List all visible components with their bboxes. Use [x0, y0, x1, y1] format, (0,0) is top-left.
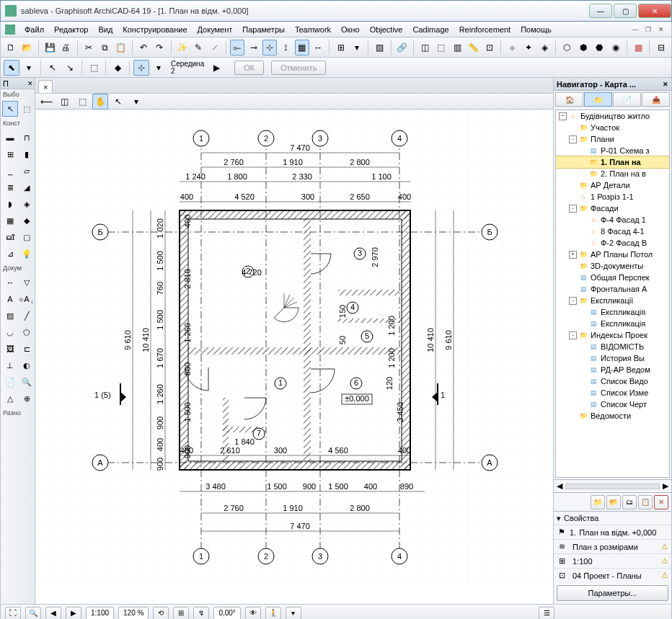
menu-окно[interactable]: Окно [336, 24, 365, 35]
column-tool-icon[interactable]: ▮ [19, 146, 35, 162]
nav-action-4-icon[interactable]: 📋 [638, 495, 653, 509]
sel-arrow-2-icon[interactable]: ↘ [62, 60, 78, 76]
text-tool-icon[interactable]: A [2, 291, 18, 307]
fill-tool-icon[interactable]: ▨ [2, 308, 18, 324]
skylight-tool-icon[interactable]: ◈ [19, 196, 35, 212]
nav-tab-viewmap-icon[interactable]: 📁 [584, 92, 612, 107]
tree-item[interactable]: ▤Список Черт [556, 398, 669, 410]
menu-помощь[interactable]: Помощь [516, 24, 557, 35]
navigator-scroll[interactable]: ◀ ▶ [554, 479, 671, 492]
eyedropper-icon[interactable]: ⟋ [208, 40, 222, 55]
vt-2-icon[interactable]: ◫ [56, 94, 72, 110]
sb-zoom-icon[interactable]: 🔍 [25, 607, 41, 620]
tool-h-icon[interactable]: ◈ [537, 40, 552, 55]
dim-tool-icon[interactable]: ↔ [2, 275, 18, 290]
level-tool-icon[interactable]: ▽ [19, 275, 35, 290]
vt-6-icon[interactable]: ▾ [128, 94, 144, 110]
cancel-button[interactable]: Отменить [271, 61, 326, 75]
sel-arrow-icon[interactable]: ↖ [45, 60, 61, 76]
menu-reinforcement[interactable]: Reinforcement [454, 24, 516, 35]
property-row[interactable]: ⊡04 Проект - Планы⚠ [554, 568, 671, 582]
magic-wand-icon[interactable]: ✨ [175, 40, 190, 55]
label-tool-icon[interactable]: ⟐A₁ [19, 291, 35, 307]
menu-конструирование[interactable]: Конструирование [118, 24, 192, 35]
tree-item[interactable]: ▤Р-01 Схема з [556, 145, 669, 156]
toolbox-close-icon[interactable]: ✕ [27, 80, 33, 87]
sb-prev-icon[interactable]: ◀ [45, 607, 61, 620]
tree-item[interactable]: +📁АР Планы Потол [556, 249, 669, 260]
vt-1-icon[interactable]: ⟵ [38, 94, 54, 110]
menu-teamwork[interactable]: Teamwork [290, 24, 336, 35]
ruler-icon[interactable]: 📏 [466, 40, 480, 55]
poly-tool-icon[interactable]: ⬠ [19, 324, 35, 340]
tree-item[interactable]: ▤Експликація [556, 306, 669, 318]
tool-g-icon[interactable]: ✦ [521, 40, 535, 55]
sb-stack-icon[interactable]: ☰ [539, 607, 554, 620]
sb-eye-icon[interactable]: 👁 [245, 607, 261, 620]
parameters-button[interactable]: Параметры... [557, 585, 668, 601]
nav-action-3-icon[interactable]: 🗂 [622, 495, 637, 509]
tool-e-icon[interactable]: ⊡ [482, 40, 497, 55]
tree-item[interactable]: 📁АР Детали [556, 179, 669, 191]
property-row[interactable]: ≋План з розмірами⚠ [554, 539, 671, 553]
menu-параметры[interactable]: Параметры [237, 24, 290, 35]
door-tool-icon[interactable]: ⊓ [19, 130, 35, 146]
scroll-left-icon[interactable]: ◀ [557, 481, 562, 491]
sb-next-icon[interactable]: ▶ [66, 607, 81, 620]
tree-item[interactable]: ⌂Ф-2 Фасад В [556, 237, 669, 249]
tree-item[interactable]: 📁3D-документы [556, 260, 669, 272]
grid-dropdown-icon[interactable]: ▾ [350, 40, 364, 55]
grid-icon[interactable]: ⊞ [333, 40, 348, 55]
elevation-tool-icon[interactable]: ⊥ [2, 357, 18, 373]
line-tool-icon[interactable]: ╱ [19, 308, 35, 324]
link-icon[interactable]: 🔗 [395, 40, 410, 55]
navigator-tree[interactable]: −⌂ Будівництво житло 📁Участок-📁Плани▤Р-0… [555, 110, 670, 478]
scale-field[interactable]: 1:100 [86, 607, 114, 620]
ie-tool-icon[interactable]: ◐ [19, 357, 35, 373]
roof-tool-icon[interactable]: ◢ [19, 179, 35, 195]
sb-fit-icon[interactable]: ⛶ [5, 607, 21, 620]
sb-person-icon[interactable]: 🚶 [265, 607, 281, 620]
snap-3-icon[interactable]: ⊹ [262, 40, 277, 55]
arc-tool-icon[interactable]: ◡ [2, 324, 18, 340]
grid-tool-icon[interactable]: ⊕ [19, 391, 35, 406]
detail-tool-icon[interactable]: 🔍 [19, 374, 35, 390]
tree-item[interactable]: -📁Плани [556, 133, 669, 145]
curtain-tool-icon[interactable]: ▦ [2, 213, 18, 228]
tree-item[interactable]: 📁Ведомости [556, 410, 669, 422]
beam-tool-icon[interactable]: ⎯ [2, 163, 18, 179]
zone-tool-icon[interactable]: ▢ [19, 229, 35, 245]
property-row[interactable]: ⚑1.План на відм. +0,000 [554, 525, 671, 539]
marquee-tool-icon[interactable]: ⬚ [19, 101, 35, 117]
tree-item[interactable]: ⌂8 Фасад 4-1 [556, 226, 669, 237]
nav-action-1-icon[interactable]: 📁 [591, 495, 605, 509]
tree-item[interactable]: -📁Експликації [556, 295, 669, 306]
snap-4-icon[interactable]: ⟟ [278, 40, 293, 55]
morph-tool-icon[interactable]: ◆ [19, 213, 35, 228]
menu-objective[interactable]: Objective [365, 24, 408, 35]
scroll-right-icon[interactable]: ▶ [663, 481, 668, 491]
redo-icon[interactable]: ↷ [152, 40, 167, 55]
arrow-mode-icon[interactable]: ⬉ [4, 60, 19, 76]
tree-item[interactable]: ▤ВІДОМІСТЬ [556, 341, 669, 352]
snap-5-icon[interactable]: ▦ [295, 40, 309, 55]
copy-icon[interactable]: ⧉ [97, 40, 112, 55]
tool-j-icon[interactable]: ⬢ [576, 40, 591, 55]
worksheet-tool-icon[interactable]: 📄 [2, 374, 18, 390]
marquee-icon[interactable]: ⬚ [86, 60, 102, 76]
sb-rot-icon[interactable]: ⟲ [153, 607, 169, 620]
angle-field[interactable]: 0,00° [213, 607, 240, 620]
tool-m-icon[interactable]: ⊟ [653, 40, 668, 55]
snap-mid-dd-icon[interactable]: ▾ [151, 60, 167, 76]
canvas[interactable]: 2 3 4 5 1 6 7 ±0,000 [35, 110, 553, 604]
tab-close-icon[interactable]: × [43, 83, 48, 92]
filter-icon[interactable]: ◆ [110, 60, 125, 76]
navigator-close-icon[interactable]: ✕ [663, 81, 668, 88]
object-tool-icon[interactable]: 🛋 [2, 229, 18, 245]
tree-item[interactable]: ▤История Вы [556, 352, 669, 364]
stair-tool-icon[interactable]: ≣ [2, 179, 18, 195]
pencil-icon[interactable]: ✎ [191, 40, 205, 55]
slab-tool-icon[interactable]: ▱ [19, 163, 35, 179]
nav-action-2-icon[interactable]: 📂 [606, 495, 621, 509]
menu-файл[interactable]: Файл [19, 24, 49, 35]
